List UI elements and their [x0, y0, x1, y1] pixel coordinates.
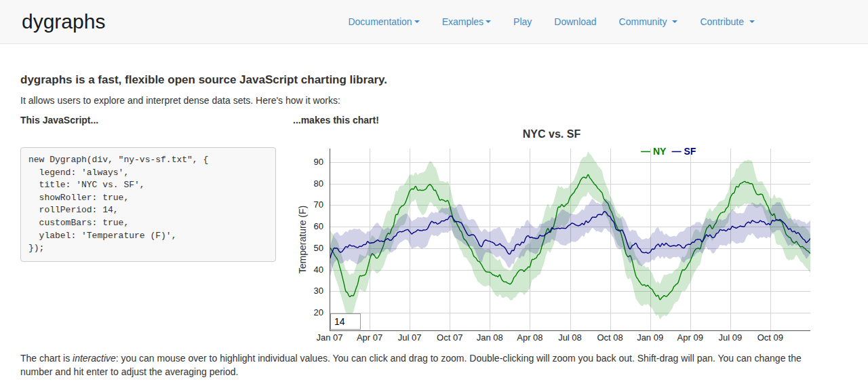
x-tick-label: Apr 08 [509, 332, 550, 343]
header: dygraphs Documentation Examples Play Dow… [0, 0, 868, 44]
x-tick-label: Jan 08 [469, 332, 510, 343]
roll-period-input[interactable] [330, 313, 361, 330]
y-tick-label: 30 [293, 286, 323, 296]
x-tick-label: Oct 07 [429, 332, 470, 343]
x-tick-label: Oct 08 [590, 332, 631, 343]
chevron-down-icon [414, 20, 420, 23]
x-tick-label: Apr 09 [670, 332, 711, 343]
nav-item-download[interactable]: Download [554, 16, 596, 27]
chart-column: ...makes this chart! NYC vs. SF —NY—SF T… [293, 115, 848, 343]
chart: NYC vs. SF —NY—SF Temperature (F) 203040… [293, 127, 810, 343]
y-tick-label: 20 [293, 307, 323, 318]
y-tick-label: 50 [293, 243, 323, 254]
nav-item-contribute[interactable]: Contribute [700, 16, 755, 27]
y-tick-label: 40 [293, 265, 323, 275]
chevron-down-icon [749, 20, 755, 23]
chevron-down-icon [486, 20, 491, 23]
help-text-part: number and hit enter to adjust the avera… [20, 366, 238, 377]
javascript-column: This JavaScript... new Dygraph(div, "ny-… [20, 115, 276, 343]
nav-item-label: Examples [442, 16, 484, 27]
main-nav: Documentation Examples Play Download Com… [348, 16, 755, 27]
nav-item-label: Download [554, 16, 596, 27]
y-tick-label: 90 [293, 157, 323, 168]
chart-help-text: The chart is interactive: you can mouse … [20, 351, 815, 379]
nav-item-label: Documentation [348, 16, 412, 27]
help-text-emphasis: interactive [73, 353, 116, 364]
nav-item-label: Contribute [700, 16, 744, 27]
nav-item-examples[interactable]: Examples [442, 16, 491, 27]
x-tick-label: Apr 07 [349, 332, 390, 343]
x-tick-label: Jan 09 [630, 332, 671, 343]
y-axis-title: Temperature (F) [297, 206, 308, 273]
nav-item-play[interactable]: Play [513, 16, 532, 27]
chart-label: ...makes this chart! [293, 115, 848, 127]
y-tick-label: 60 [293, 221, 323, 232]
x-tick-label: Jul 09 [710, 332, 751, 343]
code-block: new Dygraph(div, "ny-vs-sf.txt", { legen… [20, 147, 276, 262]
javascript-label: This JavaScript... [20, 115, 276, 127]
y-tick-label: 70 [293, 199, 323, 210]
brand-logo[interactable]: dygraphs [22, 12, 105, 32]
chevron-down-icon [672, 20, 677, 23]
x-tick-label: Jul 07 [389, 332, 430, 343]
y-tick-label: 80 [293, 178, 323, 189]
nav-item-label: Play [513, 16, 532, 27]
x-tick-label: Jul 08 [550, 332, 591, 343]
nav-item-documentation[interactable]: Documentation [348, 16, 419, 27]
main-content: dygraphs is a fast, flexible open source… [0, 73, 868, 379]
chart-canvas[interactable] [330, 149, 810, 331]
intro-text: It allows users to explore and interpret… [20, 95, 848, 106]
demo-row: This JavaScript... new Dygraph(div, "ny-… [20, 115, 848, 343]
x-tick-label: Oct 09 [750, 332, 791, 343]
nav-item-community[interactable]: Community [619, 16, 678, 27]
chart-title: NYC vs. SF [293, 128, 810, 140]
x-tick-label: Jan 07 [309, 332, 350, 343]
nav-item-label: Community [619, 16, 667, 27]
page-tagline: dygraphs is a fast, flexible open source… [20, 73, 848, 87]
help-text-part: : you can mouse over to highlight indivi… [116, 353, 802, 364]
help-text-part: The chart is [20, 353, 73, 364]
